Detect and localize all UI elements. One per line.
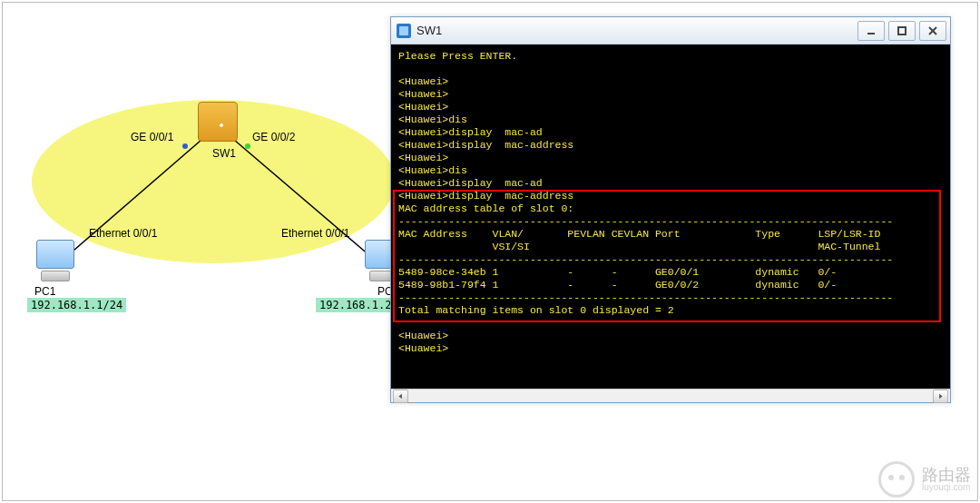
terminal-line: 5489-98ce-34eb 1 - - GE0/0/1 dynamic 0/- [398, 266, 943, 279]
port-label-ge002: GE 0/0/2 [252, 131, 295, 143]
terminal-line: <Huawei>display mac-ad [398, 177, 943, 190]
terminal-output[interactable]: Please Press ENTER. <Huawei><Huawei><Hua… [391, 44, 950, 389]
terminal-line: <Huawei>display mac-ad [398, 126, 943, 139]
watermark-text: 路由器 [922, 467, 971, 483]
terminal-line: <Huawei> [398, 88, 943, 101]
terminal-line [398, 317, 943, 330]
terminal-line: <Huawei> [398, 330, 943, 342]
terminal-window: SW1 Please Press ENTER. <Huawei><Huawei>… [390, 16, 951, 403]
port-label-eth1: Ethernet 0/0/1 [281, 227, 349, 240]
minimize-button[interactable] [858, 21, 885, 41]
watermark-sub: luyouqi.com [922, 483, 971, 492]
terminal-line: <Huawei>display mac-address [398, 190, 943, 202]
terminal-line: <Huawei> [398, 75, 943, 88]
port-label-ge001: GE 0/0/1 [131, 131, 173, 143]
terminal-line: <Huawei> [398, 101, 943, 113]
terminal-line: <Huawei>dis [398, 164, 943, 177]
watermark-icon [878, 461, 915, 498]
switch-label: SW1 [212, 147, 236, 160]
port-label-eth0: Ethernet 0/0/1 [89, 227, 157, 240]
window-title: SW1 [416, 24, 442, 37]
app-icon [397, 24, 411, 38]
terminal-line: <Huawei> [398, 152, 943, 164]
svg-marker-6 [398, 393, 402, 399]
terminal-line: ----------------------------------------… [398, 253, 943, 266]
terminal-line: MAC Address VLAN/ PEVLAN CEVLAN Port Typ… [398, 228, 943, 241]
switch-sw1[interactable] [198, 102, 238, 142]
pc1-ip: 192.168.1.1/24 [27, 298, 126, 312]
maximize-button[interactable] [888, 21, 916, 41]
terminal-line: ----------------------------------------… [398, 291, 943, 304]
svg-marker-7 [939, 393, 943, 399]
terminal-line: <Huawei> [398, 342, 943, 355]
watermark: 路由器 luyouqi.com [878, 461, 971, 498]
terminal-line [398, 63, 943, 75]
scroll-left-button[interactable] [393, 390, 408, 403]
terminal-line: VSI/SI MAC-Tunnel [398, 241, 943, 253]
horizontal-scrollbar[interactable] [391, 389, 950, 402]
terminal-line: MAC address table of slot 0: [398, 202, 943, 215]
terminal-line: 5489-98b1-79f4 1 - - GE0/0/2 dynamic 0/- [398, 279, 943, 291]
close-button[interactable] [919, 21, 946, 41]
link-dot-ge002 [245, 143, 250, 149]
terminal-line: Please Press ENTER. [398, 50, 943, 63]
link-dot-ge001 [182, 143, 188, 149]
titlebar[interactable]: SW1 [391, 17, 950, 44]
pc2-ip: 192.168.1.2/ [316, 298, 402, 312]
terminal-line: ----------------------------------------… [398, 215, 943, 228]
scroll-right-button[interactable] [933, 390, 948, 403]
terminal-line: Total matching items on slot 0 displayed… [398, 304, 943, 317]
pc1-label: PC1 [34, 285, 55, 298]
terminal-line: <Huawei>display mac-address [398, 139, 943, 152]
terminal-line: <Huawei>dis [398, 113, 943, 126]
svg-rect-3 [898, 27, 906, 35]
